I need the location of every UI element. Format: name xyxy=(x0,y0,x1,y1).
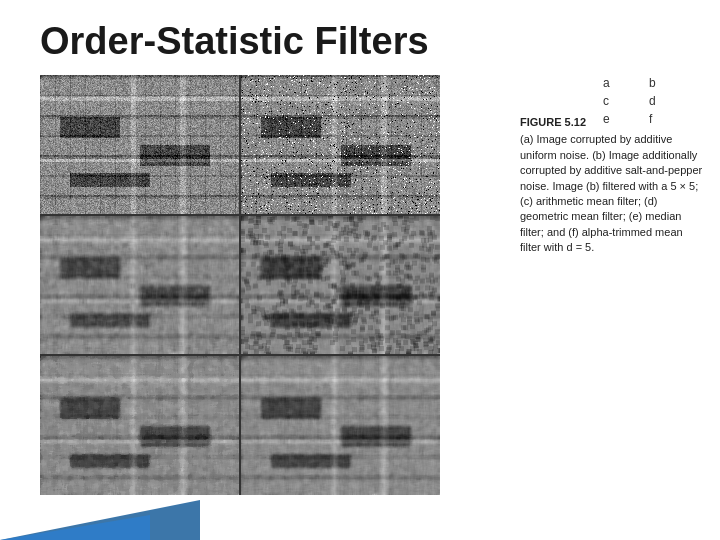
image-cell-e xyxy=(40,356,239,495)
label-b: b xyxy=(646,75,690,91)
slide-title: Order-Statistic Filters xyxy=(40,20,429,63)
label-d: d xyxy=(646,93,690,109)
image-cell-c xyxy=(40,216,239,355)
image-cell-d xyxy=(241,216,440,355)
bottom-decoration xyxy=(0,480,200,540)
caption-part-c: (c) arithmetic mean filter; xyxy=(520,195,641,207)
image-cell-f xyxy=(241,356,440,495)
canvas-c xyxy=(40,216,239,355)
figure-label: FIGURE 5.12 xyxy=(520,115,705,130)
figure-caption: FIGURE 5.12 (a) Image corrupted by addit… xyxy=(520,115,705,256)
image-grid xyxy=(40,75,440,495)
image-cell-a xyxy=(40,75,239,214)
svg-marker-1 xyxy=(0,515,150,540)
caption-part-f: and (f) alpha-trimmed mean filter with d… xyxy=(520,226,683,253)
canvas-a xyxy=(40,75,239,214)
caption-part-b-filter: Image (b) filtered with a 5 × 5; xyxy=(552,180,698,192)
canvas-b xyxy=(241,75,440,214)
canvas-e xyxy=(40,356,239,495)
image-cell-b xyxy=(241,75,440,214)
label-c: c xyxy=(600,93,644,109)
slide: Order-Statistic Filters a b c d xyxy=(0,0,720,540)
decoration-svg xyxy=(0,480,200,540)
canvas-f xyxy=(241,356,440,495)
label-a: a xyxy=(600,75,644,91)
canvas-d xyxy=(241,216,440,355)
